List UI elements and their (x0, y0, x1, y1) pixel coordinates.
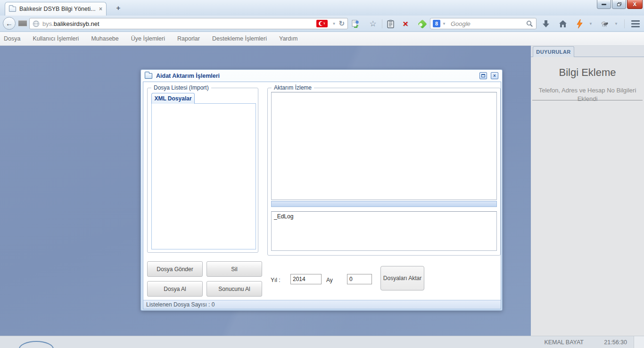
sil-button[interactable]: Sil (206, 261, 262, 277)
announcement-heading: Bilgi Ekleme (531, 66, 644, 79)
fly-caret-icon[interactable]: ▼ (613, 19, 619, 28)
tab-title: Balıkesir DSYB Bilgi Yöneti... (19, 6, 96, 12)
lightning-icon[interactable] (575, 19, 584, 28)
year-input[interactable] (290, 274, 322, 284)
mail-blocked-icon[interactable]: ✕ (401, 19, 410, 28)
dosya-al-button[interactable]: Dosya Al (147, 281, 203, 297)
search-placeholder[interactable]: Google (451, 20, 526, 27)
month-input[interactable] (347, 274, 372, 284)
url-prefix: bys. (42, 20, 54, 27)
urlbar-caret-icon[interactable]: ▼ (332, 22, 336, 26)
bookmark-star-icon[interactable]: ☆ (368, 19, 378, 28)
reload-icon[interactable]: ↻ (339, 19, 345, 28)
folder-favicon-icon (9, 7, 16, 12)
menu-hamburger-icon[interactable] (630, 19, 641, 28)
menu-raporlar[interactable]: Raporlar (177, 35, 200, 42)
announcement-divider (532, 100, 643, 100)
app-menubar: Dosya Kullanıcı İşlemleri Muhasebe Üye İ… (0, 32, 644, 46)
browser-navbar: ← bys.balikesirdsyb.net ★ ▼ ↻ ☆ (0, 16, 644, 32)
browser-titlebar: Balıkesir DSYB Bilgi Yöneti... × + X (0, 0, 644, 16)
dosya-gonder-button[interactable]: Dosya Gönder (147, 261, 203, 277)
minimize-icon (602, 4, 606, 5)
window-restore-button[interactable] (612, 0, 626, 9)
close-icon: X (633, 1, 636, 7)
window-close-button[interactable]: X (627, 0, 643, 9)
group-dosya-listesi-label: Dosya Listesi (Import) (151, 84, 211, 91)
dosyalari-aktar-button[interactable]: Dosyaları Aktar (380, 266, 424, 290)
back-button[interactable]: ← (3, 17, 16, 30)
dialog-title: Aidat Aktarım İşlemleri (156, 73, 476, 79)
logged-in-user: KEMAL BAYAT (544, 339, 584, 346)
sidebar-tabstrip: DUYURULAR (531, 46, 644, 57)
search-engine-caret-icon[interactable]: ▼ (442, 22, 446, 26)
menu-uye-islemleri[interactable]: Üye İşlemleri (131, 35, 165, 42)
sonucunu-al-button[interactable]: Sonucunu Al (206, 281, 262, 297)
globe-icon (33, 20, 40, 27)
transfer-progress-bar (271, 201, 497, 207)
fly-icon[interactable] (600, 19, 609, 28)
group-dosya-listesi: Dosya Listesi (Import) XML Dosyalar (147, 88, 258, 253)
window-minimize-button[interactable] (597, 0, 611, 9)
browser-tab-active[interactable]: Balıkesir DSYB Bilgi Yöneti... × (5, 2, 107, 16)
announcement-message: Telefon, Adres ve Hesap No Bilgileri Ekl… (535, 86, 640, 103)
toolbar-separator (382, 19, 382, 28)
content-area: Aidat Aktarım İşlemleri × Dosya Listesi … (0, 46, 644, 336)
dialog-restore-button[interactable] (479, 72, 487, 79)
app-statusbar: KEMAL BAYAT 21:56:30 (0, 336, 644, 348)
clipboard-glyph (387, 20, 394, 28)
menu-dosya[interactable]: Dosya (4, 35, 20, 42)
tab-duyurular[interactable]: DUYURULAR (533, 46, 574, 57)
url-text[interactable]: bys.balikesirdsyb.net (42, 20, 316, 27)
url-domain: balikesirdsyb.net (54, 20, 99, 27)
menu-yardim[interactable]: Yardım (279, 35, 297, 42)
aidat-aktarim-dialog: Aidat Aktarım İşlemleri × Dosya Listesi … (140, 69, 503, 311)
logo-ellipse-decoration (19, 341, 54, 348)
toolbar-separator-2 (624, 19, 625, 28)
bricks-icon[interactable] (18, 20, 27, 26)
flag-star-icon: ★ (322, 21, 325, 25)
year-label: Yıl : (271, 277, 281, 283)
search-box[interactable]: 8 ▼ Google (430, 18, 537, 29)
dialog-body: Dosya Listesi (Import) XML Dosyalar Akta… (143, 82, 501, 309)
translate-glyph (351, 20, 360, 28)
duyurular-sidebar: DUYURULAR Bilgi Ekleme Telefon, Adres ve… (531, 46, 644, 336)
clipboard-icon[interactable] (386, 19, 395, 28)
restore-icon (617, 2, 621, 6)
lightning-caret-icon[interactable]: ▼ (587, 19, 594, 28)
tab-xml-dosyalar[interactable]: XML Dosyalar (151, 93, 195, 104)
menu-kullanici-islemleri[interactable]: Kullanıcı İşlemleri (33, 35, 79, 42)
resize-grip (634, 336, 644, 348)
page-translate-icon[interactable] (351, 19, 360, 28)
menu-destekleme-islemleri[interactable]: Destekleme İşlemleri (212, 35, 267, 42)
screen: Balıkesir DSYB Bilgi Yöneti... × + X ← b… (0, 0, 644, 348)
dialog-close-button[interactable]: × (491, 72, 498, 79)
dialog-titlebar[interactable]: Aidat Aktarım İşlemleri × (141, 70, 502, 82)
dialog-close-icon: × (493, 74, 496, 78)
dialog-restore-icon (481, 74, 485, 77)
tab-close-icon[interactable]: × (99, 6, 102, 12)
url-bar[interactable]: bys.balikesirdsyb.net ★ ▼ ↻ (29, 18, 348, 29)
feedly-diamond-icon[interactable] (418, 19, 427, 28)
xml-file-list[interactable] (151, 103, 256, 249)
download-icon[interactable] (541, 19, 551, 28)
log-textarea[interactable]: _EdLog (271, 211, 497, 251)
month-label: Ay (326, 277, 333, 283)
google-logo-icon[interactable]: 8 (433, 20, 440, 27)
new-tab-button[interactable]: + (112, 4, 124, 13)
search-magnifier-icon[interactable] (526, 20, 533, 27)
menu-muhasebe[interactable]: Muhasebe (91, 35, 118, 42)
transfer-monitor-list[interactable] (271, 92, 497, 200)
turkish-flag-icon[interactable]: ★ (316, 20, 328, 27)
clock-time: 21:56:30 (604, 339, 627, 346)
dialog-folder-icon (145, 73, 152, 79)
dialog-statusbar: Listelenen Dosya Sayısı : 0 (143, 300, 501, 309)
home-icon[interactable] (558, 19, 568, 28)
group-aktarim-izleme-label: Aktarım İzleme (272, 84, 314, 91)
group-aktarim-izleme: Aktarım İzleme _EdLog (267, 88, 501, 256)
